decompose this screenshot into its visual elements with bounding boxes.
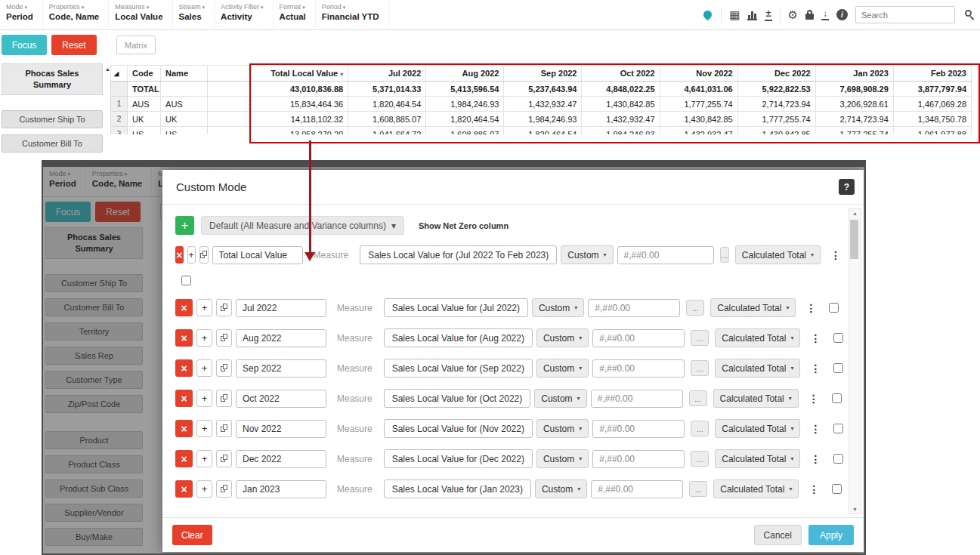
apply-button[interactable]: Apply xyxy=(808,525,854,545)
more-options-button[interactable]: ... xyxy=(686,300,704,316)
table-row[interactable]: 1 AUS AUS 15,834,464.36 1,820,464.54 1,9… xyxy=(111,97,972,112)
plus-minus-icon[interactable]: ± xyxy=(765,8,771,20)
toolbar-menu-properties[interactable]: Properties▾ Code, Name xyxy=(43,0,109,29)
column-header-month[interactable]: Dec 2022 xyxy=(737,66,815,82)
format-pattern-input[interactable] xyxy=(592,359,685,378)
column-checkbox[interactable] xyxy=(181,276,191,285)
kebab-menu-icon[interactable]: ⋮ xyxy=(810,332,821,344)
format-pattern-input[interactable] xyxy=(591,390,683,408)
add-column-set-button[interactable]: + xyxy=(175,216,194,235)
column-label-input[interactable] xyxy=(236,390,326,408)
column-checkbox[interactable] xyxy=(832,393,842,403)
format-mode-dropdown[interactable]: Custom▾ xyxy=(535,479,587,498)
column-checkbox[interactable] xyxy=(829,303,839,313)
remove-column-button[interactable]: × xyxy=(175,299,193,316)
column-checkbox[interactable] xyxy=(833,363,843,373)
scroll-down-icon[interactable]: ▼ xyxy=(849,507,861,512)
column-header-name[interactable]: Name xyxy=(161,66,208,82)
search-input[interactable] xyxy=(855,6,955,23)
column-label-input[interactable] xyxy=(236,329,326,347)
dialog-scrollbar[interactable]: ▲ ▼ xyxy=(849,208,861,514)
kebab-menu-icon[interactable]: ⋮ xyxy=(810,362,821,375)
add-column-button[interactable]: + xyxy=(196,299,212,316)
more-options-button[interactable]: ... xyxy=(691,330,709,346)
column-label-input[interactable] xyxy=(236,450,326,468)
column-label-input[interactable] xyxy=(236,359,326,378)
format-pattern-input[interactable] xyxy=(588,299,680,317)
scroll-up-icon[interactable]: ▲ xyxy=(105,66,110,72)
kebab-menu-icon[interactable]: ⋮ xyxy=(810,453,821,465)
measure-select-button[interactable]: Sales Local Value for (Sep 2022) xyxy=(384,359,533,378)
reset-button[interactable]: Reset xyxy=(51,35,97,55)
measure-select-button[interactable]: Sales Local Value for (Dec 2022) xyxy=(384,449,533,468)
column-header-month[interactable]: Feb 2023 xyxy=(893,66,971,82)
column-label-input[interactable] xyxy=(236,420,326,438)
measure-select-button[interactable]: Sales Local Value for (Jul 2022 To Feb 2… xyxy=(360,245,557,264)
more-options-button[interactable]: ... xyxy=(720,247,729,263)
column-label-input[interactable] xyxy=(236,299,326,317)
column-label-input[interactable] xyxy=(236,480,326,498)
remove-column-button[interactable]: × xyxy=(175,480,193,498)
copy-column-button[interactable] xyxy=(216,450,232,467)
column-header-total-local-value[interactable]: Total Local Value▾ xyxy=(252,66,348,82)
copy-column-button[interactable] xyxy=(199,246,209,264)
format-mode-dropdown[interactable]: Custom▾ xyxy=(561,245,613,264)
add-column-button[interactable]: + xyxy=(196,329,212,347)
color-format-icon[interactable] xyxy=(702,9,714,21)
settings-gear-icon[interactable]: ⚙ xyxy=(788,9,798,20)
total-type-dropdown[interactable]: Calculated Total▾ xyxy=(715,419,800,438)
scrollbar-thumb[interactable] xyxy=(850,220,858,259)
column-header-month[interactable]: Aug 2022 xyxy=(426,66,504,82)
copy-column-button[interactable] xyxy=(216,359,232,377)
format-mode-dropdown[interactable]: Custom▾ xyxy=(532,298,584,317)
format-mode-dropdown[interactable]: Custom▾ xyxy=(536,359,589,378)
pivot-corner-icon[interactable]: ◢ xyxy=(111,66,128,82)
sidebar-item-customer-bill-to[interactable]: Customer Bill To xyxy=(2,134,103,153)
total-type-dropdown[interactable]: Calculated Total▾ xyxy=(710,298,796,317)
kebab-menu-icon[interactable]: ⋮ xyxy=(810,423,821,435)
grid-view-icon[interactable]: ▦ xyxy=(729,9,740,20)
info-icon[interactable]: i xyxy=(836,9,848,20)
more-options-button[interactable]: ... xyxy=(691,360,709,376)
table-row[interactable]: 2 UK UK 14,118,102.32 1,608,885.07 1,820… xyxy=(111,112,972,127)
column-checkbox[interactable] xyxy=(832,484,842,494)
column-header-month[interactable]: Oct 2022 xyxy=(582,66,660,82)
toolbar-menu-measures[interactable]: Measures▾ Local Value xyxy=(109,0,172,29)
format-mode-dropdown[interactable]: Custom▾ xyxy=(536,328,589,347)
total-type-dropdown[interactable]: Calculated Total▾ xyxy=(713,389,799,408)
column-checkbox[interactable] xyxy=(833,333,843,343)
format-pattern-input[interactable] xyxy=(592,329,685,347)
format-pattern-input[interactable] xyxy=(592,420,685,438)
kebab-menu-icon[interactable]: ⋮ xyxy=(830,249,841,261)
column-checkbox[interactable] xyxy=(833,454,843,464)
copy-column-button[interactable] xyxy=(216,480,232,498)
format-pattern-input[interactable] xyxy=(592,450,685,468)
format-mode-dropdown[interactable]: Custom▾ xyxy=(536,419,589,438)
column-header-code[interactable]: Code xyxy=(128,66,161,82)
toolbar-menu-activity-filter[interactable]: Activity Filter▾ Activity xyxy=(215,0,274,29)
clear-button[interactable]: Clear xyxy=(172,525,212,545)
toolbar-menu-format[interactable]: Format▾ Actual xyxy=(274,0,316,29)
copy-column-button[interactable] xyxy=(216,420,232,437)
kebab-menu-icon[interactable]: ⋮ xyxy=(808,393,819,405)
remove-column-button[interactable]: × xyxy=(175,329,193,347)
more-options-button[interactable]: ... xyxy=(689,390,707,406)
column-checkbox[interactable] xyxy=(833,424,843,433)
remove-column-button[interactable]: × xyxy=(175,390,193,407)
help-button[interactable]: ? xyxy=(839,179,855,195)
remove-column-button[interactable]: × xyxy=(175,359,193,377)
format-mode-dropdown[interactable]: Custom▾ xyxy=(536,449,589,468)
measure-select-button[interactable]: Sales Local Value for (Nov 2022) xyxy=(384,419,533,438)
format-pattern-input[interactable] xyxy=(617,246,714,264)
measure-select-button[interactable]: Sales Local Value for (Aug 2022) xyxy=(384,328,533,347)
search-icon[interactable] xyxy=(964,9,976,21)
column-header-month[interactable]: Jul 2022 xyxy=(348,66,426,82)
total-type-dropdown[interactable]: Calculated Total▾ xyxy=(713,479,799,498)
total-type-dropdown[interactable]: Calculated Total▾ xyxy=(735,245,821,264)
copy-column-button[interactable] xyxy=(216,329,232,347)
table-row[interactable]: 3 US US 13,058,270.20 1,941,664.72 1,608… xyxy=(111,127,972,135)
add-column-button[interactable]: + xyxy=(196,390,212,407)
more-options-button[interactable]: ... xyxy=(691,421,709,436)
column-header-month[interactable]: Nov 2022 xyxy=(660,66,737,82)
total-type-dropdown[interactable]: Calculated Total▾ xyxy=(715,449,800,468)
